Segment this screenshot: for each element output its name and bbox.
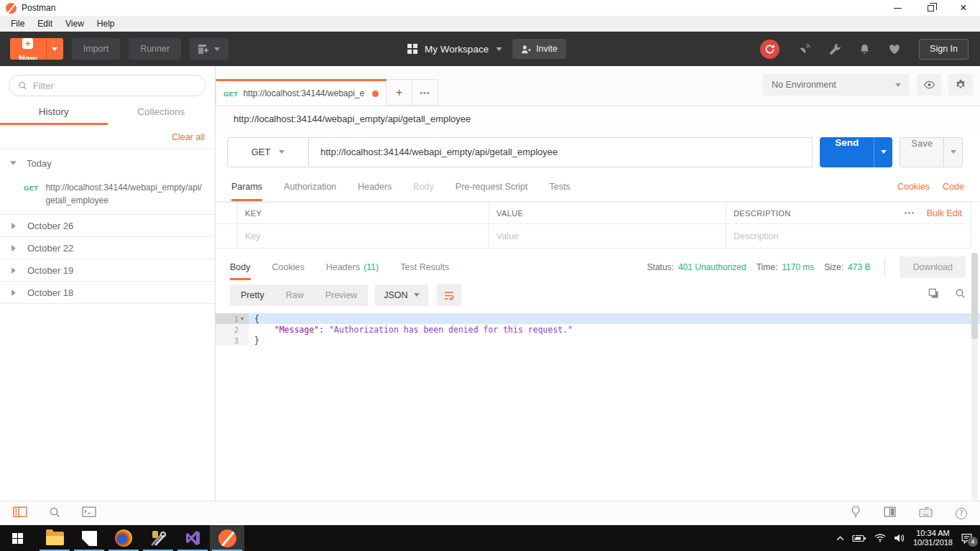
history-date-group[interactable]: October 26 [0, 215, 215, 237]
tab-tests[interactable]: Tests [550, 172, 570, 201]
taskbar-clock[interactable]: 10:34 AM 10/31/2018 [913, 529, 953, 547]
help-button[interactable]: ? [956, 508, 967, 519]
history-date-group[interactable]: October 18 [0, 282, 215, 304]
param-key-input[interactable] [245, 231, 476, 241]
tab-authorization[interactable]: Authorization [284, 172, 336, 201]
new-button[interactable]: +New [10, 38, 63, 60]
sign-in-button[interactable]: Sign In [919, 39, 969, 60]
new-dropdown-button[interactable] [46, 38, 63, 60]
menu-view[interactable]: View [59, 16, 91, 32]
close-button[interactable]: × [947, 0, 980, 16]
menu-file[interactable]: File [4, 16, 31, 32]
param-value-input[interactable] [496, 231, 714, 241]
mode-raw[interactable]: Raw [275, 284, 315, 306]
request-tab[interactable]: GET http://localhost:34144/webapi_e [216, 79, 387, 106]
history-request-item[interactable]: GET http://localhost:34144/webapi_empty/… [0, 177, 215, 215]
tab-headers[interactable]: Headers [358, 172, 392, 201]
taskbar-admin-tools[interactable] [141, 525, 175, 551]
environment-select[interactable]: No Environment [763, 74, 910, 96]
favorites-button[interactable] [889, 44, 900, 55]
tray-power[interactable] [852, 534, 866, 542]
search-response-button[interactable] [955, 288, 966, 302]
bulk-edit-link[interactable]: Bulk Edit [927, 208, 962, 218]
api-network-icon[interactable] [798, 43, 810, 55]
tab-collections[interactable]: Collections [108, 101, 216, 125]
tray-volume[interactable] [894, 534, 905, 542]
column-description: DESCRIPTION [734, 209, 791, 218]
cookies-link[interactable]: Cookies [897, 182, 930, 192]
lightbulb-icon [851, 506, 861, 518]
environment-preview-button[interactable] [917, 74, 941, 96]
chevron-down-icon [881, 150, 887, 154]
settings-tools-button[interactable] [829, 43, 841, 55]
tab-history[interactable]: History [0, 101, 108, 125]
param-description-input[interactable] [734, 231, 959, 241]
format-select[interactable]: JSON [375, 284, 428, 306]
new-window-button[interactable] [190, 38, 228, 60]
taskbar-postman[interactable] [210, 525, 244, 551]
tab-params[interactable]: Params [231, 172, 262, 201]
taskbar-visual-studio[interactable] [175, 525, 210, 551]
response-scrollbar[interactable] [971, 253, 978, 500]
workspace-switcher[interactable]: My Workspace [407, 44, 502, 55]
console-button[interactable] [82, 506, 96, 520]
minimize-button[interactable] [881, 0, 914, 16]
history-group-today[interactable]: Today [0, 149, 215, 177]
toggle-sidebar-button[interactable] [13, 506, 27, 520]
chevron-down-icon [52, 47, 57, 51]
unsaved-dot-icon [372, 91, 379, 97]
history-date-group[interactable]: October 19 [0, 259, 215, 282]
two-pane-layout-button[interactable] [884, 506, 896, 520]
code-link[interactable]: Code [943, 182, 964, 192]
params-menu-button[interactable]: ••• [905, 209, 915, 217]
restore-button[interactable] [914, 0, 947, 16]
tab-pre-request-script[interactable]: Pre-request Script [456, 172, 528, 201]
taskbar-firefox[interactable] [106, 525, 141, 551]
filter-input[interactable] [33, 80, 197, 91]
invite-button[interactable]: Invite [512, 39, 566, 59]
settings-button[interactable] [948, 74, 973, 96]
window-title: Postman [22, 3, 55, 13]
history-date-group[interactable]: October 22 [0, 237, 215, 259]
tab-response-headers[interactable]: Headers (11) [326, 254, 379, 280]
tray-expand-button[interactable] [836, 536, 844, 541]
tab-body[interactable]: Body [413, 172, 434, 201]
import-button[interactable]: Import [72, 38, 120, 60]
scrollbar-thumb[interactable] [971, 253, 978, 339]
tips-button[interactable] [851, 506, 861, 521]
taskbar-app[interactable] [72, 525, 106, 551]
shortcuts-button[interactable] [919, 506, 933, 520]
tray-network[interactable] [874, 534, 886, 542]
mode-pretty[interactable]: Pretty [230, 284, 275, 306]
download-button[interactable]: Download [900, 256, 966, 278]
content-area: History Collections Clear all Today GET … [0, 66, 980, 501]
copy-button[interactable] [928, 288, 939, 302]
tab-test-results[interactable]: Test Results [400, 254, 449, 280]
start-button[interactable] [0, 525, 34, 551]
wrap-text-button[interactable] [437, 284, 461, 306]
send-options-button[interactable] [874, 137, 892, 167]
save-options-button[interactable] [944, 137, 963, 167]
tab-options-button[interactable]: ••• [412, 79, 438, 106]
save-button[interactable]: Save [900, 137, 963, 167]
sync-button[interactable] [760, 40, 780, 59]
menu-edit[interactable]: Edit [31, 16, 59, 32]
fold-toggle-icon[interactable]: ▼ [239, 316, 246, 322]
tab-response-cookies[interactable]: Cookies [272, 254, 305, 280]
runner-button[interactable]: Runner [129, 38, 181, 60]
url-input[interactable] [309, 137, 813, 167]
response-body-editor[interactable]: 1▼ { 2 "Message": "Authorization has bee… [216, 310, 980, 501]
method-select[interactable]: GET [227, 137, 309, 167]
menu-help[interactable]: Help [91, 16, 121, 32]
wifi-icon [874, 534, 886, 542]
windows-logo-icon [12, 533, 23, 544]
clear-all-link[interactable]: Clear all [172, 132, 205, 142]
tab-response-body[interactable]: Body [230, 254, 251, 280]
send-button[interactable]: Send [820, 137, 892, 167]
new-tab-button[interactable]: + [387, 79, 412, 106]
mode-preview[interactable]: Preview [315, 284, 368, 306]
notifications-button[interactable] [859, 43, 870, 55]
search-everywhere-button[interactable] [49, 506, 60, 521]
taskbar-file-explorer[interactable] [37, 525, 72, 551]
action-center-button[interactable]: 4 [961, 533, 973, 544]
